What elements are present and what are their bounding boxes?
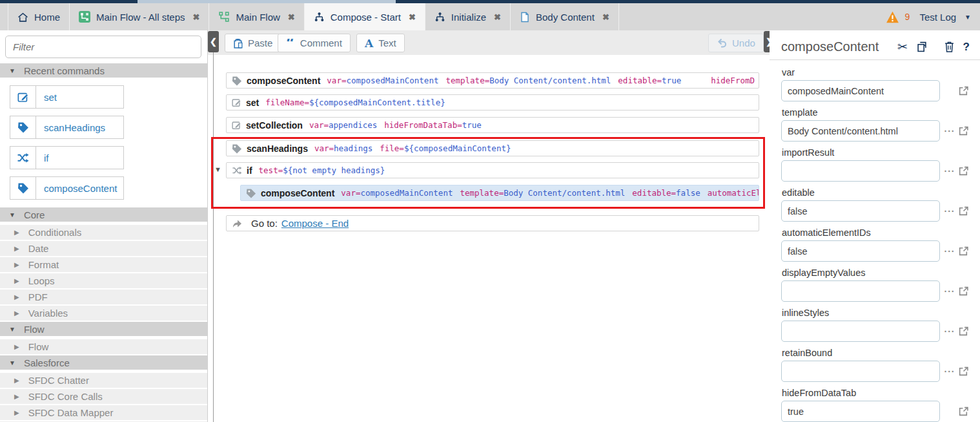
attr-value: Body Content/content.html	[489, 76, 611, 85]
tree-item-loops[interactable]: ▶Loops	[0, 273, 207, 288]
panel-header: composeContent ✂ ?	[770, 30, 980, 60]
close-icon[interactable]: ✖	[409, 12, 416, 22]
chevron-right-icon: ▶	[14, 261, 19, 268]
cut-icon[interactable]: ✂	[897, 39, 908, 54]
goto-link[interactable]: Compose - End	[281, 218, 349, 229]
external-link-icon[interactable]	[958, 366, 969, 377]
command-card-if[interactable]: if	[10, 146, 124, 169]
flow-step-set[interactable]: set fileName=${composedMainContent.title…	[226, 94, 759, 111]
field-displayemptyvalues: displayEmptyValues ···	[781, 268, 980, 302]
external-link-icon[interactable]	[958, 246, 969, 257]
retainbound-input[interactable]	[781, 361, 940, 382]
external-link-icon[interactable]	[958, 206, 969, 216]
var-input[interactable]	[781, 80, 940, 101]
close-icon[interactable]: ✖	[494, 12, 501, 22]
edit-icon	[232, 98, 241, 107]
flow-step-if[interactable]: if test=${not empty headings}	[226, 162, 759, 178]
tab-body-content[interactable]: Body Content ✖	[511, 3, 619, 30]
tab-label: Body Content	[536, 12, 595, 23]
flow-step-goto[interactable]: Go to: Compose - End	[226, 215, 759, 231]
hidefromdatatab-input[interactable]	[781, 401, 940, 422]
home-icon	[17, 12, 28, 23]
tree-item-variables[interactable]: ▶Variables	[0, 306, 207, 321]
external-link-icon[interactable]	[958, 85, 969, 96]
tree-item-flow[interactable]: ▶Flow	[0, 339, 207, 354]
tab-home[interactable]: Home	[8, 3, 70, 30]
tab-label: Home	[34, 12, 60, 23]
close-icon[interactable]: ✖	[288, 12, 295, 22]
tree-group-core[interactable]: ▼ Core	[0, 207, 207, 222]
command-sidebar: ▼ Recent commands set scanHeadings if	[0, 30, 208, 422]
chevron-right-icon: ▶	[14, 310, 19, 317]
left-splitter[interactable]	[213, 52, 214, 422]
close-icon[interactable]: ✖	[193, 12, 200, 22]
collapse-left-panel-button[interactable]: ❮	[208, 31, 219, 52]
external-link-icon[interactable]	[958, 326, 969, 337]
external-link-icon[interactable]	[958, 165, 969, 176]
editable-input[interactable]	[781, 200, 940, 222]
filter-input[interactable]	[5, 36, 201, 58]
tree-item-sfdc-chatter[interactable]: ▶SFDC Chatter	[0, 373, 207, 388]
tree-group-flow[interactable]: ▼ Flow	[0, 322, 207, 336]
automaticelementids-input[interactable]	[781, 240, 940, 262]
tree-item-sfdc-core-calls[interactable]: ▶SFDC Core Calls	[0, 389, 207, 404]
comment-button[interactable]: “ Comment	[278, 34, 351, 52]
tab-initialize[interactable]: Initialize ✖	[425, 3, 511, 30]
flow-step-composecontent[interactable]: composeContent var=composedMainContent t…	[226, 72, 759, 89]
step-name: set	[246, 98, 259, 108]
attr-value: composedMainContent	[360, 188, 453, 198]
flow-step-setcollection[interactable]: setCollection var=appendices hideFromDat…	[226, 117, 759, 133]
tab-main-flow[interactable]: Main Flow ✖	[209, 3, 304, 30]
test-log-menu[interactable]: 9 Test Log ▼	[886, 3, 971, 30]
tag-icon	[232, 76, 242, 86]
attr-key: var=	[309, 120, 329, 130]
attr-value: false	[676, 188, 700, 198]
trash-icon[interactable]	[944, 41, 954, 52]
close-icon[interactable]: ✖	[602, 12, 609, 22]
quote-icon: “	[286, 39, 295, 48]
paste-button[interactable]: Paste	[225, 34, 281, 52]
ellipsis-button[interactable]: ···	[943, 246, 957, 257]
tree-item-format[interactable]: ▶Format	[0, 257, 207, 272]
if-expander-icon[interactable]: ▼	[214, 165, 221, 173]
ellipsis-button[interactable]: ···	[943, 166, 957, 176]
attr-key: hideFromDataTab=	[384, 120, 462, 130]
shuffle-icon	[10, 147, 36, 169]
text-button[interactable]: A Text	[356, 34, 405, 52]
tree-group-salesforce[interactable]: ▼ Salesforce	[0, 355, 207, 370]
tree-item-sfdc-data-mapper[interactable]: ▶SFDC Data Mapper	[0, 405, 207, 420]
chevron-right-icon: ▶	[14, 293, 19, 301]
template-input[interactable]	[781, 120, 940, 142]
tab-compose-start[interactable]: Compose - Start ✖	[305, 3, 425, 30]
ellipsis-button[interactable]: ···	[943, 126, 957, 136]
ellipsis-button[interactable]: ···	[943, 206, 957, 216]
inlinestyles-input[interactable]	[781, 321, 940, 342]
panel-fields: var ··· template ··· importResult	[770, 60, 980, 422]
command-card-set[interactable]: set	[10, 85, 124, 109]
attr-value: ${composedMainContent}	[404, 143, 511, 153]
external-link-icon[interactable]	[958, 286, 969, 297]
ellipsis-button[interactable]: ···	[943, 326, 957, 337]
recent-commands-header[interactable]: ▼ Recent commands	[0, 63, 207, 78]
copy-icon[interactable]	[917, 41, 928, 52]
tree-item-conditionals[interactable]: ▶Conditionals	[0, 225, 207, 240]
importresult-input[interactable]	[781, 160, 940, 182]
displayemptyvalues-input[interactable]	[781, 280, 940, 302]
tree-item-date[interactable]: ▶Date	[0, 241, 207, 256]
undo-button[interactable]: Undo	[708, 34, 764, 52]
external-link-icon[interactable]	[958, 125, 969, 136]
ellipsis-button[interactable]: ···	[943, 366, 957, 377]
help-icon[interactable]: ?	[963, 41, 970, 54]
attr-value: appendices	[329, 120, 377, 130]
attr-key: fileName=	[265, 98, 309, 107]
flow-step-scanheadings[interactable]: scanHeadings var=headings file=${compose…	[226, 140, 759, 156]
command-card-scanheadings[interactable]: scanHeadings	[10, 116, 124, 139]
external-link-icon[interactable]	[958, 406, 969, 417]
ellipsis-button[interactable]: ···	[943, 286, 957, 297]
tree-item-pdf[interactable]: ▶PDF	[0, 290, 207, 304]
attr-value: ${not empty headings}	[283, 165, 385, 175]
flow-step-composecontent-nested[interactable]: composeContent var=composedMainContent t…	[240, 185, 759, 201]
command-card-composecontent[interactable]: composeContent	[10, 176, 124, 200]
tag-icon	[10, 177, 36, 199]
tab-main-flow-all-steps[interactable]: Main Flow - All steps ✖	[70, 3, 209, 30]
